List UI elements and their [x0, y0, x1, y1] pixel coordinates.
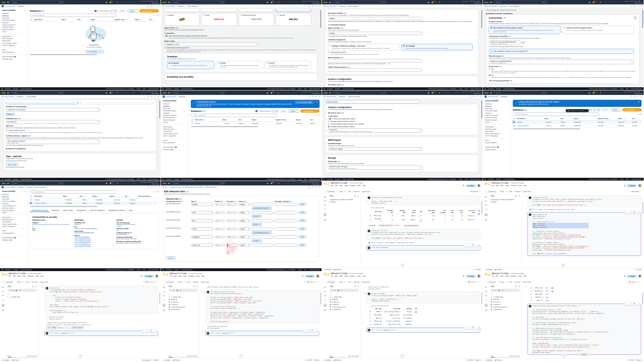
variables-button[interactable]: { } Variables	[324, 269, 332, 270]
edit-icon[interactable]: ✎	[630, 211, 632, 213]
add-text-button[interactable]: + Text	[347, 281, 351, 283]
column-header-role[interactable]: Role▼	[560, 117, 573, 120]
cloudshell-icon[interactable]: ▣	[588, 1, 591, 3]
run-cell-button[interactable]: ▶	[368, 329, 370, 332]
file-item-sample-data[interactable]: ▸▢sample_data	[169, 296, 198, 298]
cloudshell-icon[interactable]: ▣	[266, 182, 269, 184]
breadcrumb-ec2[interactable]: EC2	[165, 186, 168, 188]
toc-icon[interactable]: ≣	[485, 196, 486, 198]
file-item-m-bom-csv[interactable]: ▦m_bom.csv	[491, 301, 520, 303]
help-icon[interactable]: ?	[274, 182, 276, 184]
menu-help[interactable]: Help	[202, 275, 204, 277]
caret-icon[interactable]: ▸	[330, 296, 330, 298]
menu-icon[interactable]: ☰	[2, 96, 3, 97]
radio-card-dev-test[interactable]: Dev/TestThis instance is intended for de…	[216, 61, 263, 69]
type-select[interactable]: SSH▼	[191, 219, 214, 222]
footer-feedback[interactable]: Feedback	[335, 88, 340, 89]
sidebar-item-proxies[interactable]: Proxies	[161, 121, 188, 123]
toggle-switch[interactable]	[164, 35, 168, 37]
region-selector[interactable]: United States (N. Virginia) ▾	[603, 1, 620, 3]
settings-gear-icon[interactable]: ⚙	[277, 182, 280, 184]
ram-disk-meter[interactable]: RAMDisk	[468, 281, 476, 283]
sidebar-item-zero-etl-integrations[interactable]: Zero-ETL integrations	[161, 135, 188, 137]
collapse-toolbar-icon[interactable]: ⌃	[158, 281, 158, 283]
menu-edit[interactable]: Edit	[335, 275, 338, 277]
variables-button[interactable]: { } Variables	[485, 360, 492, 361]
close-icon[interactable]: ✕	[196, 286, 198, 287]
column-header-db-identifier[interactable]: DB identifier▲	[194, 119, 222, 121]
subnet-link[interactable]: subnet-04b932b72dbc99817	[74, 240, 112, 242]
code-snippets-icon[interactable]: <>	[485, 204, 487, 206]
new-file-icon[interactable]: ⊞	[32, 286, 34, 287]
help-icon[interactable]: ?	[435, 92, 437, 94]
info-icon[interactable]: ⓘ	[148, 95, 149, 98]
global-search-input[interactable]: ⌕Search[Alt+S]	[171, 91, 226, 94]
engine-card-partial[interactable]	[164, 9, 200, 12]
collapse-toolbar-icon[interactable]: ⌃	[318, 281, 320, 283]
footer-privacy[interactable]: Privacy	[620, 179, 624, 180]
sidebar-item-certificate-update[interactable]: Certificate update	[161, 148, 188, 150]
add-text-button[interactable]: + Text	[508, 281, 512, 283]
cloudshell-icon[interactable]: ▣	[324, 88, 325, 89]
help-icon[interactable]: ?	[274, 92, 276, 94]
code-cell[interactable]: ▶# Save to dbdf.to_sql(table_name, conn,…	[44, 286, 158, 314]
cloudshell-icon[interactable]: ▣	[105, 92, 108, 94]
db-identifier-cell[interactable]: └ factory-db-replica	[34, 202, 64, 204]
menu-file[interactable]: File	[331, 275, 333, 277]
toc-icon[interactable]: ≣	[324, 196, 326, 198]
radio-option-standard-classes-includes-m-classes[interactable]: Standard classes (includes m classes)	[328, 120, 476, 122]
sidebar-item-automated-backups[interactable]: Automated backups	[161, 116, 188, 119]
info-icon[interactable]: ⓘ	[308, 5, 310, 7]
collapse-toolbar-icon[interactable]: ⌃	[640, 191, 642, 192]
footer-mobile-app[interactable]: Console Mobile App	[181, 269, 192, 271]
breadcrumb-aurora-and-rds[interactable]: Aurora and RDS	[488, 96, 498, 97]
info-link[interactable]: Info	[186, 191, 188, 192]
prev-page-icon[interactable]: ‹	[636, 114, 636, 115]
code-snippets-icon[interactable]: <>	[324, 295, 326, 297]
horizontal-scrollbar[interactable]	[30, 54, 97, 55]
menu-help[interactable]: Help	[40, 275, 44, 277]
sidebar-item-databases[interactable]: Databases	[483, 105, 510, 107]
breadcrumb-aurora-and-rds[interactable]: Aurora and RDS	[487, 5, 497, 7]
delete-rule-button[interactable]: Delete	[298, 244, 306, 246]
menu-help[interactable]: Help	[524, 185, 526, 186]
sidebar-item-performance-insights[interactable]: Performance insights	[161, 110, 188, 112]
region-selector[interactable]: United States (N. Virginia) ▾	[120, 92, 137, 93]
run-cell-button[interactable]: ▶	[529, 305, 531, 308]
remove-chip-icon[interactable]: ✕	[269, 232, 270, 234]
secrets-key-icon[interactable]: ⚿	[164, 299, 164, 301]
footer-cookie-prefs[interactable]: Cookie preferences	[148, 269, 159, 271]
find-icon[interactable]: ◎	[324, 200, 326, 202]
new-file-icon[interactable]: ⊞	[516, 195, 517, 197]
notifications-bell-icon[interactable]: 🔔1	[270, 92, 273, 94]
collapse-icon[interactable]: ‹	[508, 100, 508, 102]
description-input[interactable]	[275, 219, 297, 222]
column-header-engine[interactable]: Engine▼	[251, 119, 275, 121]
history-icon[interactable]: ◷	[318, 186, 320, 188]
sidebar-item-events[interactable]: Events	[161, 139, 188, 141]
feedback-icon[interactable]: ▭	[154, 186, 156, 188]
sidebar-item-exports-in-amazon-s3[interactable]: Exports in Amazon S3	[483, 114, 510, 116]
menu-file[interactable]: File	[492, 275, 494, 277]
menu-view[interactable]: View	[339, 185, 342, 186]
delete-rule-button[interactable]: Delete	[298, 203, 306, 206]
db-identifier-link[interactable]: postgres	[34, 199, 40, 201]
next-step-chip[interactable]: Generate code with df verify	[377, 224, 401, 227]
info-icon[interactable]: ⓘ	[308, 186, 310, 188]
copy-to-drive-button[interactable]: Copy to Drive	[522, 281, 531, 283]
account-id-chip[interactable]: maruchintech (3635-3951-1836) ▾	[461, 91, 481, 93]
chart-suggestion-icon[interactable]: ▥	[478, 213, 480, 215]
split-icon[interactable]: ◫	[634, 95, 636, 98]
page-number[interactable]: 1	[154, 191, 155, 193]
run-cell-button[interactable]: ▶	[368, 196, 370, 199]
menu-icon[interactable]: ☰	[484, 5, 486, 7]
menu-edit[interactable]: Edit	[174, 275, 176, 277]
share-button[interactable]: ⊙Share	[305, 275, 315, 278]
radio-option-no[interactable]: NoRDS doesn't assign a public IP address…	[489, 74, 636, 78]
source-search-input[interactable]: ⌕	[252, 236, 274, 239]
gemini-spark-button[interactable]: ✦	[562, 353, 565, 357]
column-header-db-identifier[interactable]: DB identifier▲	[516, 117, 544, 120]
meter-caret-icon[interactable]: ▾	[156, 281, 156, 283]
file-item-x[interactable]: ▢..	[169, 293, 198, 296]
settings-gear-icon[interactable]: ⚙	[624, 275, 625, 277]
